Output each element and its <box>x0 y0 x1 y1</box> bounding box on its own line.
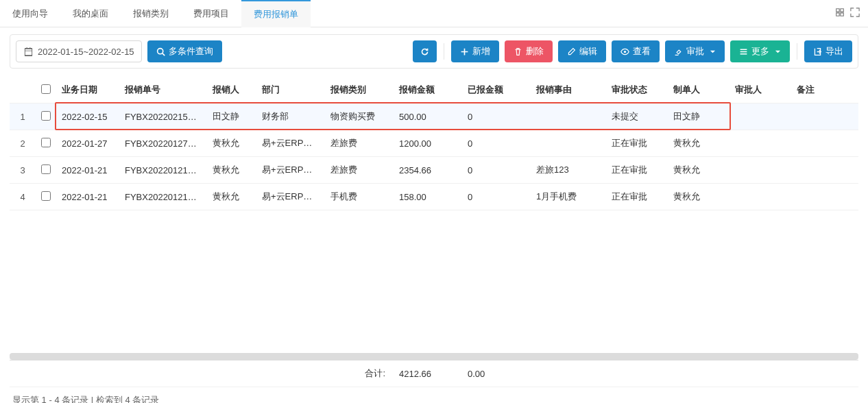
tab-expense-form[interactable]: 费用报销单 <box>241 0 311 27</box>
cell-type: 物资购买费 <box>325 103 394 130</box>
col-person[interactable]: 报销人 <box>207 77 256 103</box>
close-all-icon[interactable] <box>835 8 845 19</box>
refresh-icon <box>420 47 429 56</box>
row-checkbox[interactable] <box>41 138 51 147</box>
view-label: 查看 <box>633 45 651 58</box>
gavel-icon <box>674 47 683 56</box>
cell-approver <box>730 103 791 130</box>
col-remark[interactable]: 备注 <box>791 77 858 103</box>
row-checkbox[interactable] <box>41 164 51 174</box>
table-row[interactable]: 12022-02-15FYBX2022021500...田文静财务部物资购买费5… <box>10 103 858 130</box>
view-button[interactable]: 查看 <box>612 40 660 62</box>
date-range-text: 2022-01-15~2022-02-15 <box>38 47 134 57</box>
row-number: 1 <box>10 103 36 130</box>
refresh-button[interactable] <box>413 40 437 62</box>
delete-button[interactable]: 删除 <box>505 40 553 62</box>
row-number: 4 <box>10 184 36 210</box>
approve-label: 审批 <box>686 45 704 58</box>
cell-dept: 易+云ERP演示 <box>256 184 325 210</box>
cell-reason <box>531 130 606 157</box>
cell-status: 未提交 <box>606 103 668 130</box>
top-tabs: 使用向导 我的桌面 报销类别 费用项目 费用报销单 <box>0 0 868 27</box>
toolbar: 2022-01-15~2022-02-15 多条件查询 新增 删除 <box>10 34 858 69</box>
cell-dept: 易+云ERP演示 <box>256 157 325 184</box>
tab-expense-item[interactable]: 费用项目 <box>181 0 241 27</box>
table-header-row: 业务日期 报销单号 报销人 部门 报销类别 报销金额 已报金额 报销事由 审批状… <box>10 77 858 103</box>
col-paid[interactable]: 已报金额 <box>462 77 531 103</box>
row-checkbox[interactable] <box>41 191 51 201</box>
chevron-down-icon <box>775 49 781 55</box>
cell-paid: 0 <box>462 103 531 130</box>
cell-paid: 0 <box>462 130 531 157</box>
row-checkbox[interactable] <box>41 111 51 121</box>
row-number: 2 <box>10 130 36 157</box>
tab-desktop[interactable]: 我的桌面 <box>60 0 121 27</box>
export-button[interactable]: 导出 <box>804 40 852 62</box>
fullscreen-icon[interactable] <box>850 8 860 19</box>
col-type[interactable]: 报销类别 <box>325 77 394 103</box>
trash-icon <box>514 47 522 56</box>
cell-status: 正在审批 <box>606 157 668 184</box>
cell-remark <box>791 103 858 130</box>
table-row[interactable]: 32022-01-21FYBX2022012100...黄秋允易+云ERP演示差… <box>10 157 858 184</box>
cell-approver <box>730 184 791 210</box>
eye-icon <box>620 47 629 56</box>
cell-person: 黄秋允 <box>207 130 256 157</box>
select-all-checkbox[interactable] <box>41 84 51 94</box>
svg-line-1 <box>162 53 165 55</box>
col-checkbox <box>36 77 56 103</box>
more-button[interactable]: 更多 <box>730 40 790 62</box>
horizontal-scrollbar[interactable] <box>10 353 858 360</box>
bars-icon <box>739 47 748 56</box>
col-status[interactable]: 审批状态 <box>606 77 668 103</box>
col-approver[interactable]: 审批人 <box>730 77 791 103</box>
cell-reason <box>531 103 606 130</box>
cell-paid: 0 <box>462 184 531 210</box>
cell-status: 正在审批 <box>606 184 668 210</box>
totals-label: 合计: <box>325 361 394 387</box>
col-amount[interactable]: 报销金额 <box>394 77 462 103</box>
cell-date: 2022-01-21 <box>56 184 119 210</box>
new-button[interactable]: 新增 <box>451 40 499 62</box>
col-date[interactable]: 业务日期 <box>56 77 119 103</box>
advanced-query-button[interactable]: 多条件查询 <box>147 40 222 62</box>
cell-amount: 158.00 <box>394 184 462 210</box>
date-range-picker[interactable]: 2022-01-15~2022-02-15 <box>16 40 142 62</box>
col-reason[interactable]: 报销事由 <box>531 77 606 103</box>
chevron-down-icon <box>710 49 716 55</box>
col-dept[interactable]: 部门 <box>256 77 325 103</box>
edit-button[interactable]: 编辑 <box>558 40 606 62</box>
approve-button[interactable]: 审批 <box>665 40 725 62</box>
svg-point-0 <box>157 48 162 53</box>
grid-footer: 显示第 1 - 4 条记录 | 检索到 4 条记录 <box>10 387 858 403</box>
data-grid: 业务日期 报销单号 报销人 部门 报销类别 报销金额 已报金额 报销事由 审批状… <box>10 77 858 403</box>
cell-person: 田文静 <box>207 103 256 130</box>
cell-creator: 黄秋允 <box>668 130 730 157</box>
totals-row: 合计: 4212.66 0.00 <box>10 361 858 387</box>
cell-status: 正在审批 <box>606 130 668 157</box>
cell-approver <box>730 157 791 184</box>
cell-docno: FYBX2022021500... <box>119 103 207 130</box>
cell-remark <box>791 130 858 157</box>
cell-remark <box>791 157 858 184</box>
col-docno[interactable]: 报销单号 <box>119 77 207 103</box>
cell-person: 黄秋允 <box>207 157 256 184</box>
cell-paid: 0 <box>462 157 531 184</box>
more-label: 更多 <box>751 45 769 58</box>
plus-icon <box>460 47 469 56</box>
edit-label: 编辑 <box>579 45 597 58</box>
edit-icon <box>567 47 576 56</box>
cell-type: 手机费 <box>325 184 394 210</box>
tab-category[interactable]: 报销类别 <box>121 0 181 27</box>
tab-guide[interactable]: 使用向导 <box>0 0 60 27</box>
cell-amount: 2354.66 <box>394 157 462 184</box>
cell-dept: 易+云ERP演示 <box>256 130 325 157</box>
new-label: 新增 <box>472 45 490 58</box>
cell-docno: FYBX2022012100... <box>119 157 207 184</box>
cell-person: 黄秋允 <box>207 184 256 210</box>
cell-type: 差旅费 <box>325 130 394 157</box>
table-row[interactable]: 42022-01-21FYBX2022012100...黄秋允易+云ERP演示手… <box>10 184 858 210</box>
row-number: 3 <box>10 157 36 184</box>
col-creator[interactable]: 制单人 <box>668 77 730 103</box>
table-row[interactable]: 22022-01-27FYBX2022012700...黄秋允易+云ERP演示差… <box>10 130 858 157</box>
